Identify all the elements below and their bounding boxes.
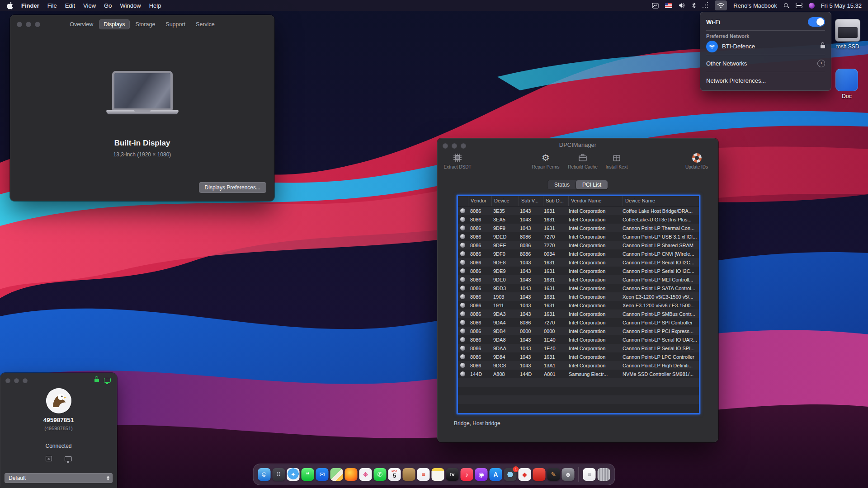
pci-row[interactable]: 8086 9DA4 8086 7270 Intel Corporation Ca…	[458, 318, 699, 327]
pci-row[interactable]: 8086 9D84 1043 1631 Intel Corporation Ca…	[458, 352, 699, 361]
pci-row[interactable]: 8086 1903 1043 1631 Intel Corporation Xe…	[458, 292, 699, 301]
file-transfer-icon[interactable]	[46, 456, 52, 461]
wifi-toggle[interactable]	[808, 17, 825, 27]
fan-control-icon[interactable]	[703, 1, 708, 9]
pci-row[interactable]: 8086 9DE0 1043 1631 Intel Corporation Ca…	[458, 275, 699, 284]
dock-icon-red-app[interactable]	[533, 468, 546, 481]
other-networks-item[interactable]: Other Networks ›	[706, 58, 825, 69]
remote-screen-icon[interactable]	[104, 378, 111, 383]
monitor-icon[interactable]	[65, 456, 72, 461]
pci-row[interactable]: 8086 9DC8 1043 13A1 Intel Corporation Ca…	[458, 361, 699, 370]
menubar-item[interactable]: Help	[149, 2, 161, 9]
menu-bar-clock[interactable]: Fri 5 May 15.32	[821, 2, 862, 9]
pci-row[interactable]: 8086 9DE9 1043 1631 Intel Corporation Ca…	[458, 267, 699, 275]
pci-row[interactable]: 8086 9DEF 8086 7270 Intel Corporation Ca…	[458, 241, 699, 249]
dock-icon-mail[interactable]: ✉	[316, 468, 329, 481]
pci-row[interactable]: 8086 3EA5 1043 1631 Intel Corporation Co…	[458, 215, 699, 224]
pci-column-header[interactable]: Device Name	[623, 196, 699, 206]
sysinfo-tab-overview[interactable]: Overview	[65, 19, 98, 29]
sysinfo-tab-displays[interactable]: Displays	[99, 19, 129, 29]
pci-row[interactable]: 8086 9DAA 1043 1E40 Intel Corporation Ca…	[458, 344, 699, 352]
dock-icon-podcasts[interactable]: ◉	[475, 468, 488, 481]
pci-row[interactable]: 8086 9DA3 1043 1631 Intel Corporation Ca…	[458, 310, 699, 318]
dock-icon-pen-app[interactable]: ✎	[547, 468, 560, 481]
app-status-icon[interactable]	[809, 1, 815, 9]
menubar-item[interactable]: File	[47, 2, 57, 9]
dock-icon-firefox[interactable]	[345, 468, 358, 481]
displays-preferences-button[interactable]: Displays Preferences...	[199, 182, 266, 193]
spotlight-search-icon[interactable]	[783, 1, 789, 9]
dock-icon-messages[interactable]: ❝	[302, 468, 314, 481]
pci-column-header[interactable]: Vendor Name	[569, 196, 623, 206]
menu-bar: FinderFileEditViewGoWindowHelp Reno's Ma…	[0, 0, 868, 11]
bluetooth-icon[interactable]	[692, 1, 696, 9]
pci-row[interactable]: 8086 1911 1043 1631 Intel Corporation Xe…	[458, 301, 699, 310]
desktop-icon-macintosh-ssd[interactable]: tosh SSD	[832, 19, 863, 50]
pci-row[interactable]: 8086 9DE8 1043 1631 Intel Corporation Ca…	[458, 258, 699, 267]
sysinfo-tab-service[interactable]: Service	[191, 19, 219, 29]
device-name[interactable]: Reno's Macbook	[733, 2, 777, 9]
dock-icon-textedit-document[interactable]: ≡	[583, 468, 596, 481]
pci-row[interactable]: 8086 9DF9 1043 1631 Intel Corporation Ca…	[458, 224, 699, 232]
dock-icon-photos[interactable]: ❋	[359, 468, 372, 481]
network-preferences-item[interactable]: Network Preferences...	[706, 75, 825, 86]
apple-menu-icon[interactable]	[6, 2, 13, 9]
dock-icon-red-diamond-app[interactable]: ◆	[519, 468, 531, 481]
dock-icon-finder[interactable]: ☺	[258, 468, 271, 481]
menubar-item[interactable]: View	[83, 2, 96, 9]
pci-device-icon	[460, 311, 465, 316]
minimize-button[interactable]	[14, 378, 19, 383]
volume-icon[interactable]	[679, 1, 685, 9]
toolbar-update-ids[interactable]: Update IDs	[679, 152, 715, 169]
dpci-tab-pci-list[interactable]: PCI List	[576, 180, 608, 189]
pci-row[interactable]: 144D A808 144D A801 Samsung Electr... NV…	[458, 370, 699, 378]
pci-column-header[interactable]: Vendor	[468, 196, 492, 206]
dock-icon-trash[interactable]	[598, 468, 610, 481]
menubar-item[interactable]: Edit	[65, 2, 75, 9]
sysinfo-tab-storage[interactable]: Storage	[131, 19, 160, 29]
dock-icon-launchpad[interactable]: ⠿	[273, 468, 285, 481]
pci-row[interactable]: 8086 9DB4 0000 0000 Intel Corporation Ca…	[458, 327, 699, 335]
pci-column-header[interactable]: Sub D...	[543, 196, 569, 206]
toolbar-repair-perms[interactable]: ⚙ Repair Perms	[525, 152, 566, 169]
pci-column-header[interactable]: Device	[492, 196, 519, 206]
dock-icon-photo-booth[interactable]: 1	[504, 468, 517, 481]
dock-icon-notes[interactable]	[432, 468, 444, 481]
stats-icon[interactable]	[652, 1, 659, 9]
pci-column-header[interactable]: Sub V...	[519, 196, 543, 206]
sysinfo-tab-support[interactable]: Support	[161, 19, 190, 29]
close-button[interactable]	[5, 378, 10, 383]
menubar-item[interactable]: Finder	[21, 2, 39, 9]
wifi-network-item[interactable]: BTI-Defence	[706, 41, 825, 52]
menubar-item[interactable]: Go	[104, 2, 112, 9]
dock-icon-music[interactable]: ♪	[461, 468, 473, 481]
dock-icon-facetime[interactable]: ✆	[374, 468, 387, 481]
dock-icon-app-store[interactable]: A	[490, 468, 502, 481]
pci-device-icon	[460, 208, 465, 213]
pci-row[interactable]: 8086 9DF0 8086 0034 Intel Corporation Ca…	[458, 249, 699, 258]
zoom-button[interactable]	[23, 378, 28, 383]
pci-row[interactable]: 8086 9DD3 1043 1631 Intel Corporation Ca…	[458, 284, 699, 292]
dock-icon-calendar[interactable]: MAY 5	[388, 468, 401, 481]
dock-icon-tv[interactable]: tv	[446, 468, 459, 481]
desktop-icon-label: tosh SSD	[832, 43, 863, 50]
profile-dropdown[interactable]: Default	[5, 473, 113, 483]
toolbar-install-kext[interactable]: Install Kext	[596, 152, 637, 169]
dock-icon-reminders[interactable]: ≡	[417, 468, 430, 481]
dock-icon-safari[interactable]: ✦	[287, 468, 300, 481]
pci-row[interactable]: 8086 3E35 1043 1631 Intel Corporation Co…	[458, 206, 699, 215]
wifi-icon[interactable]	[715, 0, 727, 10]
dpci-tab-status[interactable]: Status	[548, 180, 576, 189]
keyboard-layout-flag-icon[interactable]	[665, 1, 672, 9]
desktop-icon-doc[interactable]: Doc	[831, 69, 863, 99]
toolbar-extract-dsdt[interactable]: Extract DSDT	[438, 152, 477, 169]
dock-icon-app-brown[interactable]	[403, 468, 415, 481]
pci-device-icon	[460, 251, 465, 256]
dock-icon-maps[interactable]	[330, 468, 343, 481]
profile-dropdown-value: Default	[9, 475, 26, 481]
pci-row[interactable]: 8086 9DED 8086 7270 Intel Corporation Ca…	[458, 232, 699, 241]
dock-icon-person-app[interactable]: ☻	[562, 468, 575, 481]
pci-row[interactable]: 8086 9DA8 1043 1E40 Intel Corporation Ca…	[458, 335, 699, 344]
menubar-item[interactable]: Window	[120, 2, 141, 9]
control-center-icon[interactable]	[796, 1, 802, 9]
